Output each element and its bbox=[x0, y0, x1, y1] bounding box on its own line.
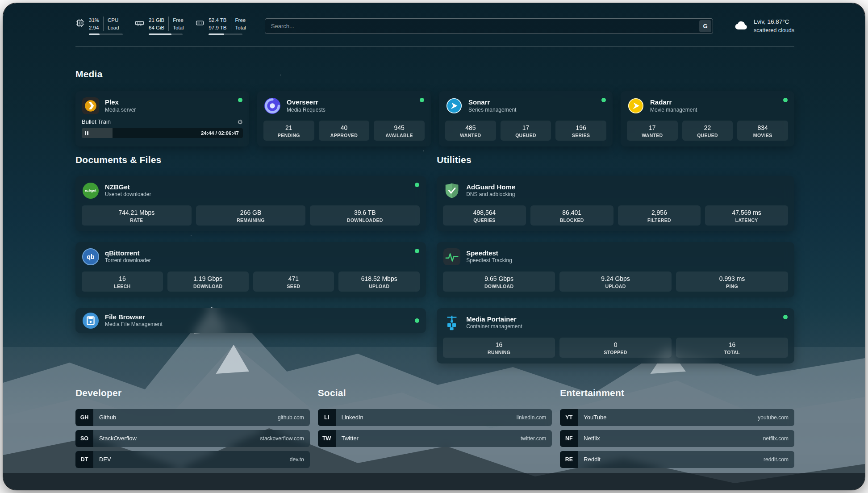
dashboard-panel: 31% 2.94 CPU Load bbox=[3, 3, 865, 490]
stat-available: 945 AVAILABLE bbox=[374, 121, 425, 141]
filebrowser-name: File Browser bbox=[105, 313, 163, 322]
search-engine-button[interactable]: G bbox=[699, 20, 711, 32]
nzbget-icon: nzbget bbox=[82, 182, 100, 200]
media-card-grid: Plex Media server Bullet Train ⚙ 24:44 /… bbox=[75, 91, 794, 146]
search-input[interactable] bbox=[265, 18, 713, 34]
stat-leech: 16 LEECH bbox=[82, 272, 163, 292]
weather-condition: scattered clouds bbox=[754, 26, 794, 34]
bookmark-group-entertainment: Entertainment YT YouTube youtube.com NF … bbox=[560, 388, 794, 468]
stat-queued: 22 QUEUED bbox=[682, 121, 733, 141]
section-title-media: Media bbox=[75, 69, 794, 79]
header-divider bbox=[75, 46, 794, 46]
cpu-label: CPU bbox=[108, 17, 119, 24]
stat-total: 16 TOTAL bbox=[676, 338, 788, 358]
qbittorrent-name: qBittorrent bbox=[105, 249, 151, 258]
plex-name: Plex bbox=[105, 98, 136, 107]
bookmark-twitter[interactable]: TW Twitter twitter.com bbox=[318, 430, 552, 447]
stat-seed: 471 SEED bbox=[253, 272, 334, 292]
weather-widget[interactable]: Lviv, 16.87°C scattered clouds bbox=[734, 17, 794, 34]
weather-location: Lviv, 16.87°C bbox=[754, 17, 794, 26]
playback-progress-bar[interactable]: 24:44 / 02:06:47 bbox=[82, 128, 243, 138]
section-title-entertainment: Entertainment bbox=[560, 388, 794, 398]
radarr-icon bbox=[627, 97, 645, 115]
overseerr-card[interactable]: Overseerr Media Requests 21 PENDING 40 A… bbox=[257, 91, 431, 146]
portainer-subtitle: Container management bbox=[466, 323, 522, 330]
overseerr-subtitle: Media Requests bbox=[287, 107, 326, 114]
stat-download: 1.19 Gbps DOWNLOAD bbox=[167, 272, 249, 292]
top-bar: 31% 2.94 CPU Load bbox=[75, 15, 794, 37]
gear-icon[interactable]: ⚙ bbox=[237, 119, 243, 125]
linkedin-icon: LI bbox=[318, 409, 336, 426]
portainer-card[interactable]: Media Portainer Container management 16 … bbox=[437, 308, 794, 363]
youtube-icon: YT bbox=[560, 409, 578, 426]
speedtest-card[interactable]: Speedtest Speedtest Tracking 9.65 Gbps D… bbox=[437, 242, 794, 297]
now-playing-title: Bullet Train bbox=[82, 118, 111, 125]
disk-free-value: 52.4 TB bbox=[209, 17, 226, 24]
disk-widget: 52.4 TB 97.9 TB Free Total bbox=[195, 17, 246, 35]
bookmark-group-developer: Developer GH Github github.com SO StackO… bbox=[75, 388, 310, 468]
filebrowser-card[interactable]: File Browser Media File Management bbox=[75, 308, 426, 333]
cpu-progress-bar bbox=[89, 33, 123, 35]
plex-subtitle: Media server bbox=[105, 107, 136, 114]
stat-movies: 834 MOVIES bbox=[737, 121, 788, 141]
radarr-status-dot bbox=[783, 98, 788, 102]
cpu-load-label: Load bbox=[108, 24, 119, 31]
bookmark-youtube[interactable]: YT YouTube youtube.com bbox=[560, 409, 794, 426]
adguard-card[interactable]: AdGuard Home DNS and adblocking 498,564 … bbox=[437, 176, 794, 231]
stat-approved: 40 APPROVED bbox=[319, 121, 370, 141]
playback-time: 24:44 / 02:06:47 bbox=[201, 128, 239, 138]
stat-stopped: 0 STOPPED bbox=[559, 338, 672, 358]
overseerr-icon bbox=[263, 97, 281, 115]
search-bar: G bbox=[265, 18, 713, 34]
cloud-icon bbox=[734, 19, 749, 33]
disk-progress-bar bbox=[209, 33, 242, 35]
adguard-subtitle: DNS and adblocking bbox=[466, 191, 515, 198]
stat-rate: 744.21 Mbps RATE bbox=[82, 205, 192, 226]
portainer-status-dot bbox=[783, 315, 788, 319]
documents-column: Documents & Files nzbget N bbox=[75, 155, 426, 363]
qbittorrent-subtitle: Torrent downloader bbox=[105, 257, 151, 264]
cpu-load-value: 2.94 bbox=[89, 24, 99, 31]
nzbget-name: NZBGet bbox=[105, 183, 151, 192]
ram-total-label: Total bbox=[173, 24, 184, 31]
radarr-name: Radarr bbox=[650, 98, 697, 107]
snow-specks bbox=[3, 3, 4, 4]
qbittorrent-card[interactable]: qb qBittorrent Torrent downloader 16 bbox=[75, 242, 426, 297]
sonarr-subtitle: Series management bbox=[468, 107, 516, 114]
bookmark-github[interactable]: GH Github github.com bbox=[75, 409, 310, 426]
qbittorrent-icon: qb bbox=[82, 248, 100, 266]
stat-remaining: 266 GB REMAINING bbox=[196, 205, 306, 226]
ram-icon bbox=[134, 18, 145, 28]
ram-widget: 21 GiB 64 GiB Free Total bbox=[134, 17, 184, 35]
bookmark-dev[interactable]: DT DEV dev.to bbox=[75, 451, 310, 468]
sonarr-status-dot bbox=[601, 98, 606, 102]
stat-series: 196 SERIES bbox=[555, 121, 606, 141]
bookmark-reddit[interactable]: RE Reddit reddit.com bbox=[560, 451, 794, 468]
stat-wanted: 17 WANTED bbox=[627, 121, 678, 141]
bookmark-stackoverflow[interactable]: SO StackOverflow stackoverflow.com bbox=[75, 430, 310, 447]
sonarr-icon bbox=[445, 97, 463, 115]
overseerr-status-dot bbox=[420, 98, 424, 102]
stat-filtered: 2,956 FILTERED bbox=[618, 205, 701, 226]
stat-blocked: 86,401 BLOCKED bbox=[530, 205, 613, 226]
bookmark-linkedin[interactable]: LI LinkedIn linkedin.com bbox=[318, 409, 552, 426]
portainer-name: Media Portainer bbox=[466, 315, 522, 324]
nzbget-card[interactable]: nzbget NZBGet Usenet downloader 744.21 M… bbox=[75, 176, 426, 231]
radarr-card[interactable]: Radarr Movie management 17 WANTED 22 QUE… bbox=[621, 91, 794, 146]
utilities-column: Utilities bbox=[437, 155, 794, 363]
stat-downloaded: 39.6 TB DOWNLOADED bbox=[310, 205, 420, 226]
pause-icon[interactable] bbox=[85, 128, 88, 138]
stat-upload: 618.52 Mbps UPLOAD bbox=[338, 272, 420, 292]
bookmark-netflix[interactable]: NF Netflix netflix.com bbox=[560, 430, 794, 447]
portainer-icon bbox=[443, 314, 461, 332]
stat-pending: 21 PENDING bbox=[263, 121, 314, 141]
cpu-widget: 31% 2.94 CPU Load bbox=[75, 17, 123, 35]
stat-running: 16 RUNNING bbox=[443, 338, 555, 358]
stat-ping: 0.993 ms PING bbox=[676, 272, 788, 292]
ram-progress-bar bbox=[149, 33, 183, 35]
plex-card[interactable]: Plex Media server Bullet Train ⚙ 24:44 /… bbox=[75, 91, 249, 146]
filebrowser-status-dot bbox=[415, 318, 419, 323]
adguard-name: AdGuard Home bbox=[466, 183, 515, 192]
sonarr-card[interactable]: Sonarr Series management 485 WANTED 17 Q… bbox=[439, 91, 613, 146]
system-stats-group: 31% 2.94 CPU Load bbox=[75, 17, 246, 35]
